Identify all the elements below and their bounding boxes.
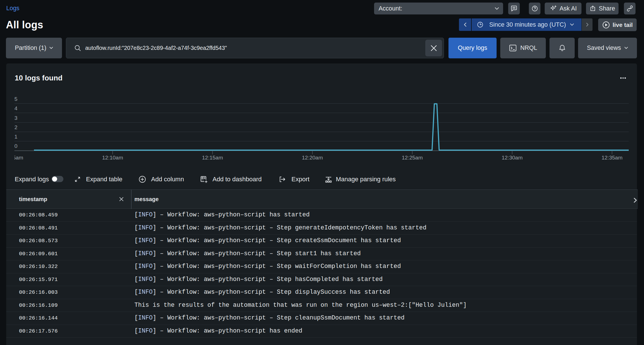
svg-text:12:10am: 12:10am	[102, 155, 123, 161]
svg-text:12:20am: 12:20am	[302, 155, 323, 161]
svg-text:12:05am: 12:05am	[6, 155, 23, 161]
svg-text:3: 3	[14, 115, 18, 121]
svg-text:12:25am: 12:25am	[402, 155, 423, 161]
svg-text:0: 0	[14, 143, 18, 149]
svg-text:12:15am: 12:15am	[202, 155, 223, 161]
svg-text:1: 1	[14, 134, 18, 140]
svg-text:2: 2	[14, 124, 18, 130]
svg-text:5: 5	[14, 96, 18, 102]
svg-text:4: 4	[14, 105, 18, 111]
svg-text:12:35am: 12:35am	[602, 155, 622, 161]
svg-text:12:30am: 12:30am	[502, 155, 523, 161]
